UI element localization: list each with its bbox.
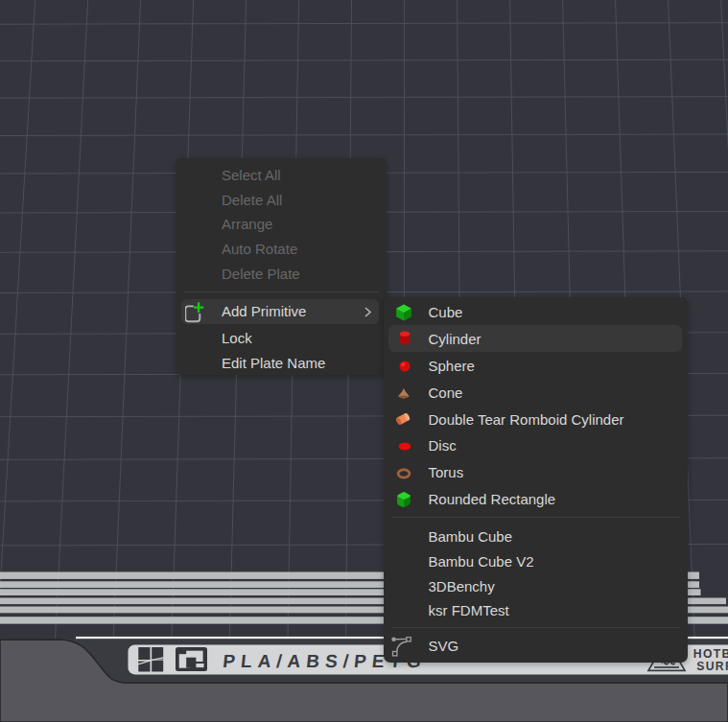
svg-text:SURF: SURF xyxy=(696,660,728,673)
svg-text:HOTB: HOTB xyxy=(693,647,728,661)
